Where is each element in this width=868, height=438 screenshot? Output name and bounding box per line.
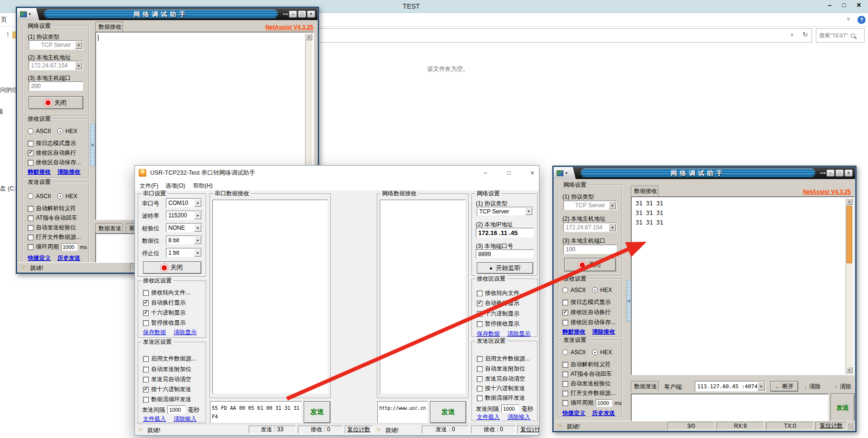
dropdown-arrow-icon[interactable]: ▼ <box>758 382 765 391</box>
checkbox-auto-append[interactable]: 自动发送附加位 <box>143 365 191 373</box>
checkbox-auto-wrap[interactable]: ✓接收区自动换行 <box>28 149 76 157</box>
checkbox-pause-recv[interactable]: 暂停接收显示 <box>143 319 186 327</box>
local-ip-input[interactable]: 172.16 .11 .45 <box>476 228 534 238</box>
checkbox-recv-to-file[interactable]: 接收转向文件... <box>143 289 190 297</box>
close-connection-button[interactable]: 关闭 <box>564 258 616 271</box>
minimize-button[interactable]: – <box>475 166 496 180</box>
checkbox-file-source[interactable]: 启用文件数据源... <box>477 355 530 363</box>
maximize-button[interactable]: □ <box>298 11 306 18</box>
local-host-addr-select[interactable]: 172.24.67.154▼ <box>29 61 83 70</box>
dropdown-arrow-icon[interactable]: ▼ <box>609 224 616 231</box>
tab-data-send[interactable]: 数据发送 <box>95 223 123 233</box>
close-connection-button[interactable]: 关闭 <box>29 96 83 109</box>
scrollbar-thumb[interactable] <box>846 206 852 263</box>
save-data-link[interactable]: 保存数据 <box>477 330 500 338</box>
nav-fragment-media[interactable]: 频 <box>0 108 5 116</box>
close-button[interactable]: × <box>307 11 315 18</box>
search-input[interactable]: 搜索"TEST" <box>819 32 848 39</box>
close-button[interactable]: × <box>522 166 543 180</box>
checkbox-loop-send[interactable]: 数据流循环发送 <box>143 395 191 404</box>
checkbox-auto-append[interactable]: 自动发送附加位 <box>477 365 525 373</box>
serial-receive-area[interactable] <box>212 200 328 394</box>
hex-radio[interactable]: ●HEX <box>592 287 612 293</box>
app-icon[interactable] <box>20 11 27 17</box>
hex-radio[interactable]: ●HEX <box>57 128 77 135</box>
checkbox-loop-send[interactable]: 数据流循环发送 <box>477 394 525 402</box>
search-box[interactable]: 搜索"TEST" <box>816 28 865 43</box>
network-receive-area[interactable] <box>380 200 466 394</box>
hex-radio[interactable]: ●HEX <box>57 193 77 200</box>
resize-grip[interactable] <box>848 424 854 429</box>
cycle-period-input[interactable]: 1000 <box>596 399 612 407</box>
local-port-input[interactable]: 8899 <box>476 249 534 258</box>
maximize-button[interactable]: □ <box>498 166 519 180</box>
checkbox-pause-recv[interactable]: 暂停接收显示 <box>477 320 519 328</box>
checkbox-log-mode[interactable]: 按日志模式显示 <box>562 298 611 306</box>
help-icon[interactable]: ? <box>857 16 866 24</box>
silent-receive-link[interactable]: 静默接收 <box>562 328 585 336</box>
dropdown-arrow-icon[interactable]: ▼ <box>525 208 532 215</box>
send-interval-input[interactable]: 1000 <box>167 405 186 414</box>
tab-data-receive[interactable]: 数据接收 <box>631 186 659 196</box>
app-icon[interactable] <box>557 170 563 176</box>
local-host-port-input[interactable]: 200 <box>29 81 83 91</box>
protocol-type-select[interactable]: TCP Server▼ <box>477 207 533 216</box>
hex-radio[interactable]: ●HEX <box>592 349 612 356</box>
checkbox-send-as-hex[interactable]: ✓按十六进制发送 <box>143 385 191 393</box>
dropdown-arrow-icon[interactable]: ▼ <box>75 62 82 69</box>
receive-area[interactable]: 31 31 31 31 31 31 31 31 31 ∧ ∨ <box>631 196 855 375</box>
titlebar[interactable]: ▼ 网络调试助手 ⊶ – □ × <box>554 167 855 179</box>
checkbox-at-enter[interactable]: AT指令自动回车 <box>562 370 612 378</box>
network-reset-counter-button[interactable]: 复位计数 <box>517 426 539 434</box>
checkbox-send-as-hex[interactable]: 按十六进制发送 <box>477 384 525 393</box>
checkbox-log-mode[interactable]: 按日志模式显示 <box>28 139 76 147</box>
serial-reset-counter-button[interactable]: 复位计数 <box>345 426 373 434</box>
serial-port-select[interactable]: COM10▼ <box>166 198 202 208</box>
maximize-button[interactable]: □ <box>835 169 844 177</box>
checkbox-cycle-period[interactable]: 循环周期1000ms <box>562 399 622 407</box>
shortcut-define-link[interactable]: 快捷定义 <box>562 409 585 417</box>
checkbox-file-source[interactable]: 打开文件数据源... <box>28 233 81 241</box>
menu-file[interactable]: 文件(F) <box>140 182 158 190</box>
titlebar[interactable]: ▼ 网络调试助手 ⊶ – □ × <box>17 8 318 20</box>
minimize-button[interactable]: – <box>824 1 836 12</box>
scrollbar[interactable]: ∧ ∨ <box>846 198 853 373</box>
menu-help[interactable]: 帮助(H) <box>193 182 213 190</box>
dropdown-arrow-icon[interactable]: ▼ <box>194 212 201 219</box>
checkbox-hex-display[interactable]: ✓十六进制显示 <box>143 309 186 317</box>
checkbox-clear-after-send[interactable]: 发送完自动清空 <box>143 375 191 383</box>
local-host-addr-select[interactable]: 172.24.67.154▼ <box>563 223 617 232</box>
checkbox-auto-checksum[interactable]: 自动发送校验位 <box>28 224 76 232</box>
address-dropdown-icon[interactable]: ∨ <box>790 32 794 38</box>
menu-options[interactable]: 选项(O) <box>165 182 185 190</box>
clear-receive-link[interactable]: 清除接收 <box>57 168 80 176</box>
reset-counter-button[interactable]: 复位计数 <box>815 422 847 430</box>
minimize-button[interactable]: – <box>826 169 835 177</box>
send-input-area[interactable] <box>631 393 829 422</box>
dropdown-arrow-icon[interactable]: ▼ <box>194 249 201 257</box>
history-send-link[interactable]: 历史发送 <box>592 409 615 417</box>
clear-receive-link[interactable]: 清除接收 <box>592 328 615 336</box>
silent-receive-link[interactable]: 静默接收 <box>28 168 51 176</box>
checkbox-hex-display[interactable]: 十六进制显示 <box>477 310 519 318</box>
dropdown-arrow-icon[interactable]: ▼ <box>75 41 82 49</box>
serial-send-button[interactable]: 发送 <box>304 401 330 423</box>
clear-receive-button[interactable]: ↓清除 <box>804 382 821 391</box>
minimize-button[interactable]: – <box>289 11 297 18</box>
parity-select[interactable]: NONE▼ <box>166 223 202 233</box>
menu-dropdown-icon[interactable]: ▼ <box>565 171 568 175</box>
history-send-link[interactable]: 历史发送 <box>57 254 80 262</box>
serial-send-input[interactable]: 55 FD AA 00 05 61 00 31 31 31 F4 <box>210 401 302 423</box>
network-send-button[interactable]: 发送 <box>430 401 466 423</box>
protocol-type-select[interactable]: TCP Server▼ <box>29 40 83 50</box>
clear-input-link[interactable]: 清除输入 <box>174 415 197 423</box>
pin-icon[interactable]: ⊶ <box>283 11 288 17</box>
client-select[interactable]: 113.127.60.45 :40746▼ <box>695 381 766 392</box>
clear-display-link[interactable]: 清除显示 <box>174 328 197 337</box>
maximize-button[interactable]: □ <box>838 1 850 12</box>
checkbox-cycle-period[interactable]: 循环周期1000ms <box>28 243 87 251</box>
nav-fragment-homepage[interactable]: 页 <box>1 16 7 24</box>
netassist-version-link[interactable]: NetAssist V4.3.25 <box>265 24 313 31</box>
refresh-icon[interactable]: ↻ <box>802 31 808 38</box>
network-send-input[interactable]: http://www.usr.cn <box>377 401 428 423</box>
